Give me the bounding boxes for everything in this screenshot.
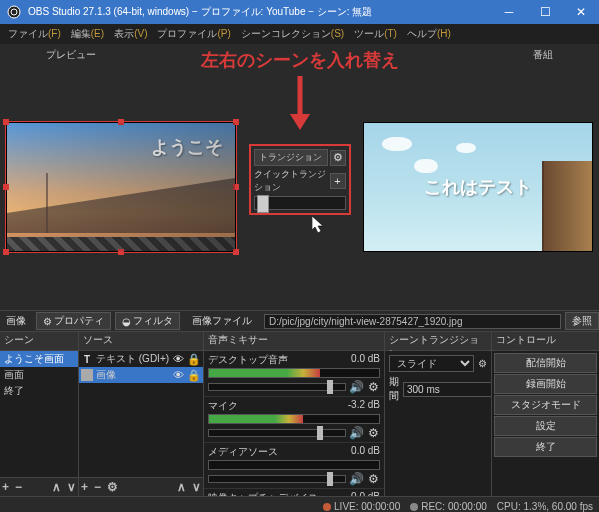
gear-icon[interactable]: ⚙ [366, 472, 380, 486]
mixer-channel: メディアソース0.0 dB 🔊⚙ [204, 443, 384, 489]
start-streaming-button[interactable]: 配信開始 [494, 353, 597, 373]
lock-icon[interactable]: 🔒 [187, 353, 201, 366]
svg-point-0 [8, 6, 20, 18]
settings-button[interactable]: 設定 [494, 416, 597, 436]
sources-list[interactable]: T テキスト (GDI+) 3 👁 🔒 画像 👁 🔒 [79, 351, 203, 477]
rec-status: REC: 00:00:00 [410, 501, 487, 512]
menu-scene-collection[interactable]: シーンコレクション(S) [237, 26, 348, 42]
add-scene-icon[interactable]: + [2, 480, 9, 494]
sources-header: ソース [79, 332, 203, 351]
live-status: LIVE: 00:00:00 [323, 501, 400, 512]
menu-view[interactable]: 表示(V) [110, 26, 151, 42]
menu-file[interactable]: ファイル(F) [4, 26, 65, 42]
mixer-header: 音声ミキサー [204, 332, 384, 351]
scene-item[interactable]: 終了 [0, 383, 78, 399]
move-up-icon[interactable]: ∧ [177, 480, 186, 494]
menu-tools[interactable]: ツール(T) [350, 26, 401, 42]
lock-icon[interactable]: 🔒 [187, 369, 201, 382]
mixer-body: デスクトップ音声0.0 dB 🔊⚙ マイク-3.2 dB 🔊⚙ メディアソース0… [204, 351, 384, 496]
transition-settings-icon[interactable]: ⚙ [330, 150, 346, 166]
program-label: 番組 [527, 47, 559, 63]
gear-icon: ⚙ [43, 316, 52, 327]
transition-button[interactable]: トランジション [254, 149, 328, 166]
preview-thumbnail[interactable]: ようこそ [6, 122, 236, 252]
remove-source-icon[interactable]: − [94, 480, 101, 494]
visibility-icon[interactable]: 👁 [173, 369, 184, 381]
source-item[interactable]: T テキスト (GDI+) 3 👁 🔒 [79, 351, 203, 367]
add-quick-transition-icon[interactable]: + [330, 173, 346, 189]
menubar: ファイル(F) 編集(E) 表示(V) プロファイル(P) シーンコレクション(… [0, 24, 599, 44]
controls-dock: コントロール 配信開始 録画開始 スタジオモード 設定 終了 [492, 332, 599, 496]
volume-slider[interactable] [208, 383, 346, 391]
level-meter [208, 460, 380, 470]
start-recording-button[interactable]: 録画開始 [494, 374, 597, 394]
volume-slider[interactable] [208, 475, 346, 483]
duration-label: 期間 [389, 375, 399, 403]
add-source-icon[interactable]: + [81, 480, 88, 494]
level-meter [208, 414, 380, 424]
move-down-icon[interactable]: ∨ [67, 480, 76, 494]
volume-slider[interactable] [208, 429, 346, 437]
level-meter [208, 368, 380, 378]
controls-body: 配信開始 録画開始 スタジオモード 設定 終了 [492, 351, 599, 496]
filter-icon: ◒ [122, 316, 131, 327]
menu-help[interactable]: ヘルプ(H) [403, 26, 455, 42]
speaker-icon[interactable]: 🔊 [349, 380, 363, 394]
preview-labels: プレビュー 番組 [0, 44, 599, 64]
image-source-icon [81, 369, 93, 381]
scene-item[interactable]: ようこそ画面 [0, 351, 78, 367]
program-thumbnail[interactable]: これはテスト [363, 122, 593, 252]
remove-scene-icon[interactable]: − [15, 480, 22, 494]
cursor-icon [312, 216, 326, 236]
studio-mode-button[interactable]: スタジオモード [494, 395, 597, 415]
visibility-icon[interactable]: 👁 [173, 353, 184, 365]
image-path-field[interactable]: D:/pic/jpg/city/night-view-2875427_1920.… [264, 314, 561, 329]
mixer-channel: デスクトップ音声0.0 dB 🔊⚙ [204, 351, 384, 397]
maximize-button[interactable]: ☐ [527, 0, 563, 24]
program-text-overlay: これはテスト [424, 175, 532, 199]
app-icon [6, 4, 22, 20]
source-info-bar: 画像 ⚙プロパティ ◒フィルタ 画像ファイル D:/pic/jpg/city/n… [0, 310, 599, 332]
quick-transition-label: クイックトランジション [254, 168, 328, 194]
transition-type-select[interactable]: スライド [389, 355, 474, 372]
scene-transition-dock: シーントランジション スライド ⚙ 期間 ▲▼ [385, 332, 492, 496]
gear-icon[interactable]: ⚙ [478, 358, 487, 369]
preview-label: プレビュー [40, 47, 102, 63]
transition-panel: トランジション ⚙ クイックトランジション + [249, 144, 351, 215]
transition-header: シーントランジション [385, 332, 491, 351]
docks: シーン ようこそ画面 画面 終了 + − ∧ ∨ ソース T テキスト (GDI… [0, 332, 599, 496]
scene-item[interactable]: 画面 [0, 367, 78, 383]
menu-profile[interactable]: プロファイル(P) [153, 26, 234, 42]
scenes-header: シーン [0, 332, 78, 351]
move-down-icon[interactable]: ∨ [192, 480, 201, 494]
sources-dock: ソース T テキスト (GDI+) 3 👁 🔒 画像 👁 🔒 + − ⚙ ∧ ∨ [79, 332, 204, 496]
menu-edit[interactable]: 編集(E) [67, 26, 108, 42]
transition-body: スライド ⚙ 期間 ▲▼ [385, 351, 491, 496]
source-item[interactable]: 画像 👁 🔒 [79, 367, 203, 383]
transition-slider[interactable] [254, 196, 346, 210]
selection-handles[interactable] [5, 121, 237, 253]
close-button[interactable]: ✕ [563, 0, 599, 24]
statusbar: LIVE: 00:00:00 REC: 00:00:00 CPU: 1.3%, … [0, 496, 599, 512]
mixer-channel: 映像キャプチャデバイス0.0 dB 🔊⚙ [204, 489, 384, 496]
studio-canvas: ようこそ トランジション ⚙ クイックトランジション + これはテスト [0, 64, 599, 310]
gear-icon[interactable]: ⚙ [366, 426, 380, 440]
text-source-icon: T [81, 353, 93, 365]
speaker-icon[interactable]: 🔊 [349, 426, 363, 440]
preview-text-overlay: ようこそ [151, 135, 223, 159]
minimize-button[interactable]: ─ [491, 0, 527, 24]
filter-button[interactable]: ◒フィルタ [115, 312, 180, 330]
gear-icon[interactable]: ⚙ [366, 380, 380, 394]
browse-button[interactable]: 参照 [565, 312, 599, 330]
properties-button[interactable]: ⚙プロパティ [36, 312, 111, 330]
speaker-icon[interactable]: 🔊 [349, 472, 363, 486]
titlebar: OBS Studio 27.1.3 (64-bit, windows) − プロ… [0, 0, 599, 24]
scenes-list[interactable]: ようこそ画面 画面 終了 [0, 351, 78, 477]
controls-header: コントロール [492, 332, 599, 351]
image-file-label: 画像ファイル [186, 312, 258, 330]
scenes-dock: シーン ようこそ画面 画面 終了 + − ∧ ∨ [0, 332, 79, 496]
exit-button[interactable]: 終了 [494, 437, 597, 457]
duration-field[interactable] [403, 382, 491, 397]
move-up-icon[interactable]: ∧ [52, 480, 61, 494]
source-settings-icon[interactable]: ⚙ [107, 480, 118, 494]
